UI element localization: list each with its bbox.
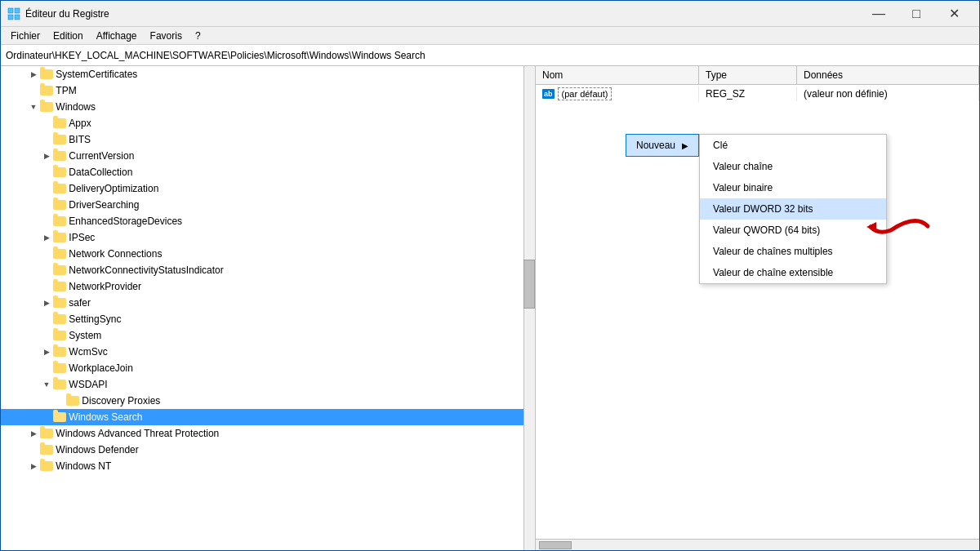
folder-icon <box>53 331 66 340</box>
right-pane-scrollbar-h[interactable] <box>536 539 979 550</box>
menu-edition[interactable]: Edition <box>47 29 90 43</box>
folder-icon <box>53 314 66 324</box>
registry-name: ab (par défaut) <box>536 86 699 102</box>
maximize-button[interactable]: □ <box>898 1 935 27</box>
tree-label: SystemCertificates <box>56 69 137 80</box>
tree-node-tpm[interactable]: TPM <box>1 82 535 99</box>
menu-valeur-binaire[interactable]: Valeur binaire <box>700 177 886 198</box>
folder-icon <box>40 429 53 438</box>
main-content: ▶ SystemCertificates TPM ▼ Windows <box>1 66 979 550</box>
tree-node-ipsec[interactable]: ▶ IPSec <box>1 229 535 246</box>
tree-label: IPSec <box>69 232 95 243</box>
folder-icon <box>53 363 66 373</box>
tree-node-wsdapi[interactable]: ▼ WSDAPI <box>1 376 535 393</box>
registry-icon <box>7 7 20 20</box>
folder-icon <box>53 265 66 275</box>
tree-label: SettingSync <box>69 313 121 325</box>
tree-node-driversearching[interactable]: DriverSearching <box>1 197 535 213</box>
tree-node-networkconnections[interactable]: Network Connections <box>1 246 535 262</box>
menu-valeur-chaine[interactable]: Valeur chaîne <box>700 156 886 177</box>
tree-node-appx[interactable]: Appx <box>1 115 535 131</box>
folder-icon <box>53 298 66 308</box>
context-submenu: Clé Valeur chaîne Valeur binaire Valeur … <box>699 134 887 284</box>
tree-toggle[interactable]: ▶ <box>40 344 53 360</box>
tree-node-safer[interactable]: ▶ safer <box>1 295 535 311</box>
tree-label: BITS <box>69 134 91 145</box>
tree-toggle[interactable]: ▼ <box>40 376 53 393</box>
tree-label: Discovery Proxies <box>82 395 160 407</box>
folder-icon <box>53 233 66 242</box>
tree-node-discovery-proxies[interactable]: Discovery Proxies <box>1 393 535 409</box>
tree-node-settingsync[interactable]: SettingSync <box>1 311 535 327</box>
tree-label: WSDAPI <box>69 379 107 390</box>
tree-label: WorkplaceJoin <box>69 362 132 374</box>
tree-node-windows-atp[interactable]: ▶ Windows Advanced Threat Protection <box>1 425 535 442</box>
tree-toggle <box>40 180 53 197</box>
tree-toggle <box>40 311 53 327</box>
tree-toggle[interactable]: ▶ <box>40 295 53 311</box>
tree-label: Network Connections <box>69 248 162 260</box>
tree-node-networkconnectivitystatusindicator[interactable]: NetworkConnectivityStatusIndicator <box>1 262 535 278</box>
menu-cle[interactable]: Clé <box>700 135 886 156</box>
folder-icon <box>40 445 53 455</box>
tree-toggle <box>40 115 53 131</box>
folder-icon <box>40 86 53 96</box>
scrollbar-thumb[interactable] <box>523 260 535 309</box>
tree-node-networkprovider[interactable]: NetworkProvider <box>1 278 535 295</box>
menu-valeur-dword[interactable]: Valeur DWORD 32 bits <box>700 198 886 220</box>
tree-toggle[interactable]: ▶ <box>40 148 53 164</box>
folder-icon <box>53 151 66 161</box>
tree-node-datacollection[interactable]: DataCollection <box>1 164 535 180</box>
tree-toggle <box>40 197 53 213</box>
nouveau-menu-item[interactable]: Nouveau ▶ <box>626 134 699 157</box>
address-path: Ordinateur\HKEY_LOCAL_MACHINE\SOFTWARE\P… <box>6 50 425 61</box>
svg-rect-2 <box>8 15 13 20</box>
tree-node-windows-search[interactable]: Windows Search <box>1 409 535 425</box>
minimize-button[interactable]: — <box>860 1 898 27</box>
tree-toggle[interactable]: ▶ <box>40 229 53 246</box>
tree-node-wcmsvc[interactable]: ▶ WcmSvc <box>1 344 535 360</box>
tree-toggle[interactable]: ▶ <box>27 66 40 82</box>
tree-node-systemcertificates[interactable]: ▶ SystemCertificates <box>1 66 535 82</box>
svg-rect-3 <box>15 15 20 20</box>
close-button[interactable]: ✕ <box>935 1 973 27</box>
tree-node-windows-nt[interactable]: ▶ Windows NT <box>1 458 535 474</box>
menu-favoris[interactable]: Favoris <box>144 29 189 43</box>
menu-fichier[interactable]: Fichier <box>4 29 47 43</box>
folder-icon <box>53 249 66 259</box>
tree-node-windows-defender[interactable]: Windows Defender <box>1 442 535 458</box>
window-title: Éditeur du Registre <box>25 8 860 20</box>
tree-toggle <box>27 82 40 99</box>
menu-affichage[interactable]: Affichage <box>90 29 144 43</box>
menu-valeur-chaines-multiples[interactable]: Valeur de chaînes multiples <box>700 241 886 262</box>
tree-label: Windows Defender <box>56 444 138 455</box>
registry-row-default[interactable]: ab (par défaut) REG_SZ (valeur non défin… <box>536 85 979 103</box>
folder-icon <box>53 380 66 389</box>
tree-toggle[interactable]: ▶ <box>27 458 40 474</box>
registry-editor-window: Éditeur du Registre — □ ✕ Fichier Editio… <box>0 0 980 551</box>
tree-label: EnhancedStorageDevices <box>69 216 182 227</box>
tree-node-deliveryoptimization[interactable]: DeliveryOptimization <box>1 180 535 197</box>
submenu-arrow-icon: ▶ <box>682 141 688 150</box>
tree-toggle[interactable]: ▼ <box>27 99 40 115</box>
tree-node-bits[interactable]: BITS <box>1 131 535 148</box>
tree-node-currentversion[interactable]: ▶ CurrentVersion <box>1 148 535 164</box>
menu-valeur-chaine-extensible[interactable]: Valeur de chaîne extensible <box>700 262 886 283</box>
menu-help[interactable]: ? <box>189 29 207 43</box>
tree-node-windows[interactable]: ▼ Windows <box>1 99 535 115</box>
tree-pane[interactable]: ▶ SystemCertificates TPM ▼ Windows <box>1 66 536 550</box>
tree-node-workplacejoin[interactable]: WorkplaceJoin <box>1 360 535 376</box>
tree-toggle[interactable]: ▶ <box>27 425 40 442</box>
tree-label: Windows Search <box>69 411 142 423</box>
tree-node-system[interactable]: System <box>1 327 535 344</box>
tree-toggle <box>40 164 53 180</box>
menu-valeur-qword[interactable]: Valeur QWORD (64 bits) <box>700 220 886 241</box>
tree-scrollbar[interactable] <box>523 66 535 550</box>
tree-label: CurrentVersion <box>69 150 134 162</box>
tree-label: Appx <box>69 118 91 129</box>
tree-node-enhancedstoragedevices[interactable]: EnhancedStorageDevices <box>1 213 535 229</box>
default-value: (par défaut) <box>558 87 612 100</box>
tree-toggle <box>53 393 66 409</box>
scrollbar-h-thumb[interactable] <box>539 541 572 549</box>
folder-icon <box>53 200 66 210</box>
